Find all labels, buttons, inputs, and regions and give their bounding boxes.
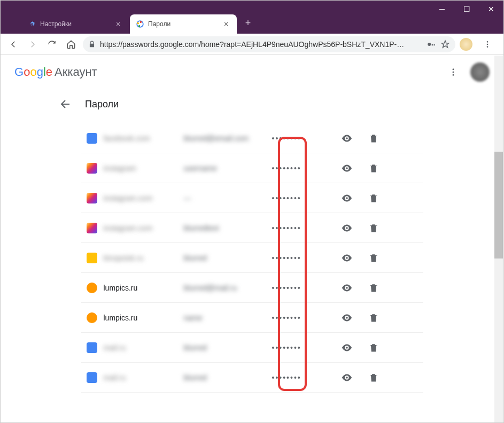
site-name: kinopoisk.ru bbox=[104, 254, 184, 262]
site-name: instagram bbox=[104, 164, 184, 173]
scrollbar-thumb[interactable] bbox=[494, 152, 503, 258]
site-favicon-icon bbox=[87, 372, 97, 383]
tab-passwords[interactable]: Пароли × bbox=[130, 14, 237, 34]
home-button[interactable] bbox=[64, 37, 79, 52]
delete-button[interactable] bbox=[363, 217, 384, 239]
show-password-button[interactable] bbox=[336, 277, 358, 299]
password-row[interactable]: instagram.com—•••••••• bbox=[81, 183, 423, 213]
site-name: lumpics.ru bbox=[104, 284, 184, 292]
tab-strip: Настройки × Пароли × + bbox=[1, 14, 256, 34]
password-row[interactable]: kinopoisk.rublurred•••••••• bbox=[81, 243, 423, 273]
scrollbar[interactable] bbox=[494, 56, 503, 423]
username: blurred bbox=[184, 343, 272, 352]
delete-button[interactable] bbox=[363, 247, 384, 269]
close-icon[interactable]: × bbox=[114, 20, 122, 28]
forward-button[interactable] bbox=[25, 37, 40, 52]
site-name: mail.ru bbox=[104, 373, 184, 382]
site-favicon-icon bbox=[87, 193, 97, 203]
delete-button[interactable] bbox=[363, 158, 384, 179]
site-favicon-icon bbox=[87, 133, 97, 144]
password-masked: •••••••• bbox=[272, 134, 331, 143]
password-row[interactable]: instagram.comblurredtext•••••••• bbox=[81, 213, 423, 243]
reload-button[interactable] bbox=[44, 37, 59, 52]
delete-button[interactable] bbox=[363, 187, 384, 209]
password-list: facebook.comblurred@email.com••••••••ins… bbox=[81, 119, 423, 393]
password-masked: •••••••• bbox=[272, 194, 331, 202]
window-titlebar: Настройки × Пароли × + ─ ☐ ✕ bbox=[1, 1, 503, 34]
site-name: instagram.com bbox=[104, 224, 184, 232]
new-tab-button[interactable]: + bbox=[240, 15, 256, 32]
password-row[interactable]: lumpics.runame•••••••• bbox=[81, 303, 423, 333]
site-favicon-icon bbox=[87, 342, 97, 353]
lock-icon bbox=[88, 41, 96, 48]
close-icon[interactable]: × bbox=[222, 20, 230, 28]
password-row[interactable]: instagramusername•••••••• bbox=[81, 153, 423, 183]
show-password-button[interactable] bbox=[336, 158, 358, 179]
svg-point-4 bbox=[487, 46, 489, 48]
page-title: Пароли bbox=[85, 99, 119, 110]
site-favicon-icon bbox=[87, 223, 97, 233]
key-icon[interactable] bbox=[427, 40, 436, 49]
password-row[interactable]: lumpics.rublurred@mail.ru•••••••• bbox=[81, 273, 423, 303]
password-masked: •••••••• bbox=[272, 164, 331, 173]
username: blurredtext bbox=[184, 224, 272, 232]
svg-point-7 bbox=[453, 74, 454, 76]
tab-label: Пароли bbox=[148, 20, 170, 28]
site-name: facebook.com bbox=[104, 134, 184, 143]
back-arrow-button[interactable] bbox=[59, 98, 72, 111]
site-favicon-icon bbox=[87, 283, 97, 293]
gear-icon bbox=[28, 20, 36, 28]
window-controls: ─ ☐ ✕ bbox=[430, 1, 503, 18]
password-masked: •••••••• bbox=[272, 254, 331, 262]
minimize-button[interactable]: ─ bbox=[430, 1, 454, 18]
omnibox[interactable]: https://passwords.google.com/home?rapt=A… bbox=[83, 36, 455, 52]
password-masked: •••••••• bbox=[272, 284, 331, 292]
site-name: mail.ru bbox=[104, 343, 184, 352]
account-avatar[interactable] bbox=[470, 62, 490, 82]
address-bar: https://passwords.google.com/home?rapt=A… bbox=[1, 34, 503, 55]
username: name bbox=[184, 314, 272, 322]
delete-button[interactable] bbox=[363, 367, 384, 388]
tab-settings[interactable]: Настройки × bbox=[22, 14, 129, 34]
account-menu-button[interactable] bbox=[447, 66, 460, 79]
svg-point-5 bbox=[453, 68, 454, 70]
username: username bbox=[184, 164, 272, 173]
svg-point-1 bbox=[428, 43, 431, 46]
username: blurred@mail.ru bbox=[184, 284, 272, 292]
password-masked: •••••••• bbox=[272, 314, 331, 322]
site-favicon-icon bbox=[87, 163, 97, 174]
password-row[interactable]: mail.rublurred•••••••• bbox=[81, 363, 423, 393]
site-name: instagram.com bbox=[104, 194, 184, 202]
username: — bbox=[184, 194, 272, 202]
show-password-button[interactable] bbox=[336, 187, 358, 209]
profile-avatar-icon[interactable] bbox=[460, 38, 472, 51]
show-password-button[interactable] bbox=[336, 247, 358, 269]
page-content: Google Аккаунт Пароли facebook.comblurre… bbox=[1, 55, 503, 423]
maximize-button[interactable]: ☐ bbox=[454, 1, 479, 18]
site-favicon-icon bbox=[87, 253, 97, 263]
url-text: https://passwords.google.com/home?rapt=A… bbox=[100, 40, 422, 49]
back-button[interactable] bbox=[6, 37, 21, 52]
site-name: lumpics.ru bbox=[104, 314, 184, 322]
account-label: Аккаунт bbox=[55, 65, 97, 79]
password-masked: •••••••• bbox=[272, 373, 331, 382]
toolbar-right bbox=[460, 37, 498, 52]
site-favicon-icon bbox=[87, 312, 97, 323]
password-row[interactable]: mail.rublurred•••••••• bbox=[81, 333, 423, 363]
show-password-button[interactable] bbox=[336, 307, 358, 328]
delete-button[interactable] bbox=[363, 128, 384, 149]
menu-button[interactable] bbox=[480, 37, 495, 52]
show-password-button[interactable] bbox=[336, 217, 358, 239]
delete-button[interactable] bbox=[363, 307, 384, 328]
star-icon[interactable] bbox=[440, 40, 450, 49]
delete-button[interactable] bbox=[363, 337, 384, 358]
close-button[interactable]: ✕ bbox=[479, 1, 503, 18]
delete-button[interactable] bbox=[363, 277, 384, 299]
show-password-button[interactable] bbox=[336, 367, 358, 388]
page-title-bar: Пароли bbox=[1, 89, 503, 119]
password-row[interactable]: facebook.comblurred@email.com•••••••• bbox=[81, 123, 423, 153]
username: blurred bbox=[184, 254, 272, 262]
show-password-button[interactable] bbox=[336, 128, 358, 149]
show-password-button[interactable] bbox=[336, 337, 358, 358]
tab-label: Настройки bbox=[40, 20, 72, 28]
